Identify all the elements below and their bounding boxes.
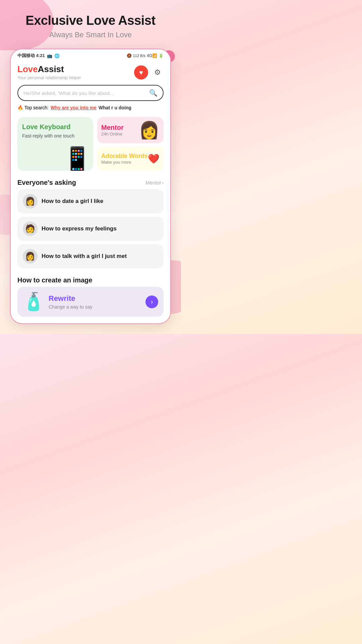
section2-title: How to create an image — [17, 276, 164, 284]
search-area: He/She asked, 'What do you like about...… — [11, 82, 170, 103]
logo-area: LoveAssist Your personal relationship he… — [17, 64, 81, 80]
carrier-icon2: 🌐 — [54, 53, 60, 58]
logo-love: Love — [17, 64, 38, 74]
questions-list: 👩 How to date a girl I like 🧑 How to exp… — [11, 189, 170, 272]
network-speed: 112 B/s — [133, 54, 145, 58]
carrier-text: 中国移动 4:21 — [17, 53, 45, 59]
mentor-title: Mentor — [101, 124, 124, 131]
search-placeholder: He/She asked, 'What do you like about... — [23, 90, 146, 96]
love-keyboard-title: Love Keyboard — [22, 123, 88, 131]
mentor-card[interactable]: Mentor 24h Online 👩 — [97, 117, 164, 143]
carrier-icon1: 📺 — [47, 53, 52, 58]
app-header: LoveAssist Your personal relationship he… — [11, 61, 170, 82]
love-keyboard-desc: Fast-reply with one touch — [22, 133, 88, 140]
page-headline: Exclusive Love Assist — [25, 13, 155, 28]
status-bar: 中国移动 4:21 📺 🌐 🔕 112 B/s 4G📶 🔋 — [11, 49, 170, 61]
phone-frame: 中国移动 4:21 📺 🌐 🔕 112 B/s 4G📶 🔋 LoveAssist… — [10, 49, 171, 324]
page-subheadline: Always Be Smart In Love — [49, 31, 132, 39]
logo-subtitle: Your personal relationship helper — [17, 75, 81, 80]
rewrite-card[interactable]: 🧴 Rewrite Change a way to say › — [17, 287, 164, 317]
adorable-title: Adorable Words — [101, 153, 148, 160]
heart-button[interactable]: ♥ — [134, 65, 148, 79]
question-item-1[interactable]: 👩 How to date a girl I like — [17, 189, 164, 213]
section-header-asking: Everyone's asking Mentor › — [11, 174, 170, 189]
question-item-2[interactable]: 🧑 How to express my feelings — [17, 217, 164, 241]
logo-assist: Assist — [38, 64, 64, 74]
question-avatar-2: 🧑 — [23, 221, 38, 236]
rewrite-icon: 🧴 — [23, 291, 45, 312]
adorable-sub: Make you more — [101, 160, 148, 165]
header-actions: ♥ ⚙ — [134, 65, 164, 79]
feature-cards: Love Keyboard Fast-reply with one touch … — [11, 114, 170, 174]
battery-icon: 🔋 — [159, 53, 164, 58]
heart-icon: ♥ — [139, 69, 143, 76]
section-title-asking: Everyone's asking — [17, 179, 76, 186]
question-text-3: How to talk with a girl I just met — [42, 253, 127, 260]
rewrite-title: Rewrite — [49, 294, 141, 303]
question-text-1: How to date a girl I like — [42, 198, 103, 205]
rewrite-arrow-button[interactable]: › — [145, 296, 158, 308]
top-search-item-1[interactable]: Why are you into me — [51, 105, 97, 110]
top-search-label: 🔥 Top search: — [17, 105, 49, 110]
adorable-card[interactable]: Adorable Words Make you more ❤️ — [97, 147, 164, 171]
rewrite-sub: Change a way to say — [49, 304, 141, 310]
logo: LoveAssist — [17, 64, 81, 74]
question-item-3[interactable]: 👩 How to talk with a girl I just met — [17, 244, 164, 268]
signal-icon: 4G📶 — [147, 53, 157, 58]
mentor-avatar: 👩 — [139, 122, 160, 139]
settings-button[interactable]: ⚙ — [152, 66, 164, 78]
gear-icon: ⚙ — [154, 68, 161, 77]
top-search: 🔥 Top search: Why are you into me What r… — [11, 103, 170, 114]
love-keyboard-icon: 📱 — [63, 147, 92, 171]
section2-header: How to create an image — [11, 272, 170, 287]
top-search-item-2[interactable]: What r u doing — [99, 105, 131, 110]
question-avatar-3: 👩 — [23, 249, 38, 264]
search-icon: 🔍 — [149, 89, 158, 97]
mute-icon: 🔕 — [127, 53, 132, 58]
question-avatar-1: 👩 — [23, 194, 38, 209]
search-bar[interactable]: He/She asked, 'What do you like about...… — [17, 85, 164, 101]
right-cards: Mentor 24h Online 👩 Adorable Words Make … — [97, 117, 164, 171]
mentor-sub: 24h Online — [101, 131, 124, 137]
love-keyboard-card[interactable]: Love Keyboard Fast-reply with one touch … — [17, 117, 93, 171]
adorable-icon: ❤️ — [148, 153, 160, 164]
mentor-link[interactable]: Mentor › — [145, 180, 164, 185]
rewrite-content: Rewrite Change a way to say — [49, 294, 141, 310]
question-text-2: How to express my feelings — [42, 225, 117, 232]
